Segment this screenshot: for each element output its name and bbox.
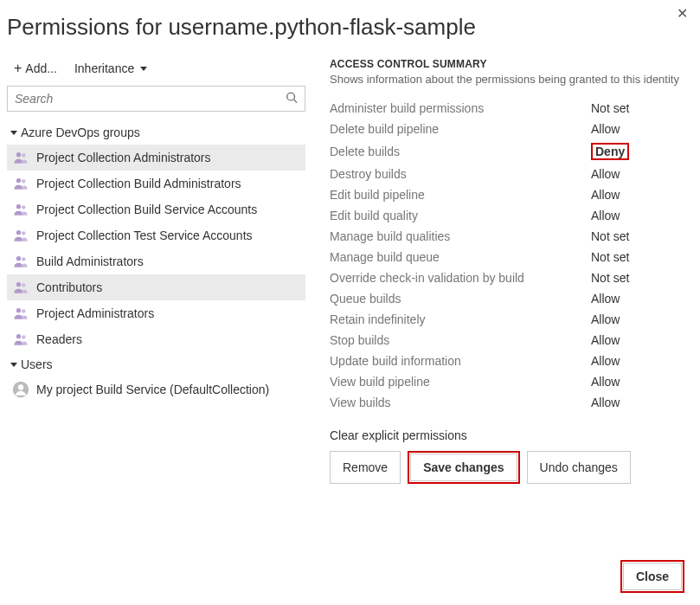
clear-permissions-label: Clear explicit permissions: [330, 428, 686, 442]
permission-row[interactable]: View buildsAllow: [330, 392, 686, 413]
user-item-label: My project Build Service (DefaultCollect…: [36, 383, 269, 396]
permission-label: Edit build pipeline: [330, 188, 591, 202]
sidebar-group-item[interactable]: Build Administrators: [7, 248, 305, 274]
permission-value[interactable]: Allow: [591, 333, 686, 347]
permission-label: Manage build queue: [330, 250, 591, 264]
group-item-label: Build Administrators: [36, 254, 144, 268]
svg-point-12: [16, 282, 21, 286]
add-button[interactable]: + Add...: [14, 61, 57, 75]
permission-row[interactable]: Destroy buildsAllow: [330, 164, 686, 184]
permission-row[interactable]: Delete buildsDeny: [330, 139, 686, 164]
page-title: Permissions for username.python-flask-sa…: [0, 0, 700, 58]
permission-value[interactable]: Not set: [591, 250, 686, 264]
group-icon: [12, 305, 29, 322]
permission-row[interactable]: Administer build permissionsNot set: [330, 98, 686, 119]
save-changes-button[interactable]: Save changes: [410, 454, 517, 481]
close-icon[interactable]: ✕: [677, 5, 688, 22]
permission-label: Manage build qualities: [330, 229, 591, 243]
summary-subtitle: Shows information about the permissions …: [330, 73, 686, 86]
permission-label: Override check-in validation by build: [330, 271, 591, 285]
permission-label: Administer build permissions: [330, 101, 591, 115]
svg-point-17: [22, 335, 25, 338]
permission-value[interactable]: Not set: [591, 271, 686, 285]
close-button[interactable]: Close: [623, 563, 682, 590]
group-icon: [12, 149, 29, 166]
search-input[interactable]: [8, 87, 305, 111]
permission-value[interactable]: Allow: [591, 375, 686, 389]
svg-line-1: [294, 100, 298, 103]
permission-value[interactable]: Allow: [591, 209, 686, 222]
permission-label: Delete build pipeline: [330, 122, 591, 136]
svg-point-2: [16, 152, 21, 157]
permission-row[interactable]: Manage build queueNot set: [330, 247, 686, 267]
permission-label: Update build information: [330, 354, 591, 368]
permission-value[interactable]: Allow: [591, 396, 686, 409]
svg-point-15: [22, 309, 25, 312]
chevron-down-icon: [10, 363, 17, 367]
sidebar-group-item[interactable]: Project Collection Build Administrators: [7, 171, 305, 196]
permission-label: Queue builds: [330, 292, 591, 306]
permission-row[interactable]: Stop buildsAllow: [330, 330, 686, 351]
permission-value[interactable]: Allow: [591, 167, 686, 181]
svg-point-11: [22, 257, 25, 261]
permission-value[interactable]: Not set: [591, 101, 686, 115]
sidebar-group-item[interactable]: Project Administrators: [7, 300, 305, 326]
group-item-label: Project Collection Test Service Accounts: [36, 228, 253, 242]
group-icon: [12, 331, 29, 348]
undo-changes-button[interactable]: Undo changes: [527, 451, 631, 484]
permission-value[interactable]: Allow: [591, 188, 686, 202]
svg-point-16: [16, 334, 21, 338]
users-section-toggle[interactable]: Users: [7, 352, 305, 377]
inheritance-dropdown[interactable]: Inheritance: [74, 61, 147, 75]
permission-label: View builds: [330, 396, 591, 409]
group-item-label: Readers: [36, 332, 82, 346]
permission-value[interactable]: Allow: [591, 122, 686, 136]
sidebar-user-item[interactable]: My project Build Service (DefaultCollect…: [7, 377, 305, 402]
sidebar-group-item[interactable]: Project Collection Test Service Accounts: [7, 222, 305, 248]
svg-point-0: [287, 93, 295, 100]
permission-row[interactable]: Retain indefinitelyAllow: [330, 309, 686, 330]
permission-value[interactable]: Not set: [591, 229, 686, 243]
permission-value[interactable]: Allow: [591, 292, 686, 306]
sidebar-group-item[interactable]: Project Collection Administrators: [7, 145, 305, 171]
permission-label: Retain indefinitely: [330, 312, 591, 326]
permission-row[interactable]: Queue buildsAllow: [330, 288, 686, 309]
groups-section-toggle[interactable]: Azure DevOps groups: [7, 120, 305, 145]
permission-row[interactable]: Manage build qualitiesNot set: [330, 226, 686, 247]
permission-row[interactable]: Delete build pipelineAllow: [330, 119, 686, 139]
sidebar-group-item[interactable]: Project Collection Build Service Account…: [7, 196, 305, 222]
summary-heading: ACCESS CONTROL SUMMARY: [330, 58, 686, 70]
users-section-label: Users: [21, 357, 53, 371]
svg-point-14: [16, 308, 21, 312]
sidebar-group-item[interactable]: Readers: [7, 326, 305, 352]
inheritance-label: Inheritance: [74, 61, 134, 75]
group-icon: [12, 253, 29, 270]
group-icon: [12, 227, 29, 244]
sidebar-group-item[interactable]: Contributors: [7, 274, 305, 300]
group-item-label: Project Collection Build Administrators: [36, 177, 241, 190]
permission-row[interactable]: Override check-in validation by buildNot…: [330, 267, 686, 288]
svg-point-9: [22, 231, 25, 235]
group-item-label: Contributors: [36, 280, 102, 294]
save-highlight: Save changes: [408, 451, 519, 484]
svg-point-6: [16, 204, 21, 209]
remove-button[interactable]: Remove: [330, 451, 401, 484]
svg-point-13: [22, 283, 25, 286]
permission-value[interactable]: Allow: [591, 312, 686, 326]
permission-row[interactable]: Edit build qualityAllow: [330, 205, 686, 226]
add-label: Add...: [25, 61, 57, 75]
permission-value[interactable]: Deny: [591, 143, 686, 160]
group-item-label: Project Collection Administrators: [36, 151, 211, 164]
permission-row[interactable]: Update build informationAllow: [330, 351, 686, 371]
permission-row[interactable]: Edit build pipelineAllow: [330, 184, 686, 205]
chevron-down-icon: [10, 131, 17, 135]
search-field-wrap: [7, 86, 305, 112]
svg-point-10: [16, 256, 21, 261]
permission-row[interactable]: View build pipelineAllow: [330, 371, 686, 392]
group-item-label: Project Administrators: [36, 306, 154, 320]
caret-down-icon: [140, 67, 147, 71]
permission-value[interactable]: Allow: [591, 354, 686, 368]
close-highlight: Close: [620, 560, 684, 593]
svg-point-5: [22, 179, 25, 183]
search-icon[interactable]: [286, 92, 298, 106]
